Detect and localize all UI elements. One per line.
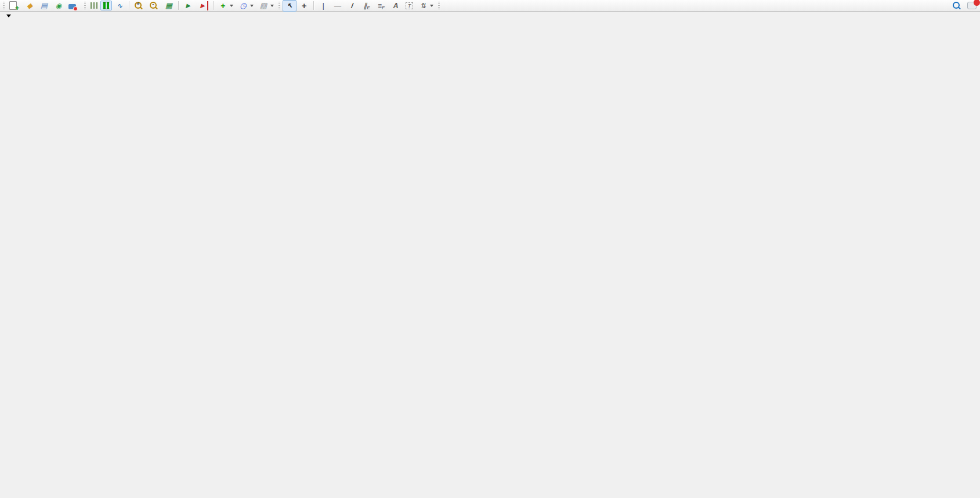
toolbar-grip[interactable] xyxy=(438,2,440,10)
templates-icon xyxy=(259,1,268,10)
toolbar-grip[interactable] xyxy=(279,2,280,10)
timeframe-m1-button[interactable] xyxy=(442,5,449,7)
horizontal-line-tool-button[interactable] xyxy=(331,0,345,12)
new-order-button[interactable] xyxy=(7,0,22,11)
trendline-icon xyxy=(348,1,357,10)
chevron-down-icon xyxy=(430,5,433,7)
timeframe-mn-button[interactable] xyxy=(502,5,509,7)
zoom-out-icon: - xyxy=(150,2,157,9)
data-window-icon xyxy=(39,1,49,10)
toolbar-separator xyxy=(313,1,314,10)
timeframe-m5-button[interactable] xyxy=(450,5,457,7)
market-watch-icon xyxy=(25,1,34,10)
autotrading-icon xyxy=(68,4,76,9)
vertical-line-tool-button[interactable] xyxy=(316,0,330,12)
text-label-tool-button[interactable] xyxy=(403,1,415,10)
tile-windows-icon xyxy=(164,1,173,10)
toolbar-separator xyxy=(129,1,129,10)
navigator-icon xyxy=(54,1,63,10)
autotrading-button[interactable] xyxy=(66,1,82,10)
line-chart-icon xyxy=(115,1,124,10)
chat-icon xyxy=(967,2,977,9)
main-toolbar: + - xyxy=(0,0,980,12)
notifications-button[interactable] xyxy=(965,1,979,10)
crosshair-tool-button[interactable] xyxy=(297,0,311,12)
arrows-icon xyxy=(418,1,428,10)
text-icon xyxy=(391,1,400,10)
text-label-icon xyxy=(406,2,413,9)
search-button[interactable] xyxy=(950,0,964,11)
periods-icon xyxy=(238,1,248,10)
cursor-tool-button[interactable] xyxy=(283,0,296,12)
zoom-in-button[interactable]: + xyxy=(132,0,146,11)
equidistant-channel-icon xyxy=(362,1,371,10)
new-order-icon xyxy=(9,1,17,10)
chevron-down-icon xyxy=(230,5,233,7)
templates-button[interactable] xyxy=(256,0,276,12)
equidistant-channel-tool-button[interactable] xyxy=(360,0,374,12)
zoom-in-icon: + xyxy=(135,2,142,9)
timeframe-d1-button[interactable] xyxy=(487,5,494,7)
chevron-down-icon xyxy=(250,5,254,7)
data-window-button[interactable] xyxy=(37,0,51,12)
search-icon xyxy=(953,2,960,9)
zoom-out-button[interactable]: - xyxy=(147,0,161,11)
candlestick-chart-icon xyxy=(103,2,110,9)
timeframe-w1-button[interactable] xyxy=(495,5,502,7)
chart-shift-button[interactable] xyxy=(196,0,211,12)
indicators-icon xyxy=(218,1,227,10)
auto-scroll-icon xyxy=(183,1,193,10)
arrows-tool-button[interactable] xyxy=(416,0,436,12)
bar-chart-button[interactable] xyxy=(88,1,100,10)
candlestick-chart-button[interactable] xyxy=(100,1,112,10)
crosshair-icon xyxy=(299,1,309,10)
indicators-button[interactable] xyxy=(216,0,236,12)
price-chart-canvas[interactable] xyxy=(0,12,980,498)
fibonacci-icon xyxy=(377,1,386,10)
periods-button[interactable] xyxy=(236,0,256,12)
chart-shift-icon xyxy=(198,1,208,10)
toolbar-separator xyxy=(178,1,179,10)
auto-scroll-button[interactable] xyxy=(181,0,195,12)
fibonacci-tool-button[interactable] xyxy=(374,0,388,12)
chart-title xyxy=(6,14,19,17)
timeframe-h1-button[interactable] xyxy=(472,5,479,7)
line-chart-button[interactable] xyxy=(113,0,126,12)
trendline-tool-button[interactable] xyxy=(345,0,359,12)
cursor-icon xyxy=(285,1,294,10)
notification-badge xyxy=(974,0,980,6)
horizontal-line-icon xyxy=(333,1,342,10)
chart-menu-icon[interactable] xyxy=(6,14,11,17)
timeframe-m15-button[interactable] xyxy=(457,5,464,7)
timeframe-h4-button[interactable] xyxy=(480,5,487,7)
vertical-line-icon xyxy=(319,1,328,10)
market-watch-button[interactable] xyxy=(23,0,37,12)
toolbar-separator xyxy=(213,1,214,10)
toolbar-grip[interactable] xyxy=(3,2,5,10)
text-tool-button[interactable] xyxy=(389,0,403,12)
bar-chart-icon xyxy=(91,2,97,9)
navigator-button[interactable] xyxy=(52,0,66,12)
tile-windows-button[interactable] xyxy=(162,0,176,12)
timeframe-m30-button[interactable] xyxy=(465,5,472,7)
toolbar-grip[interactable] xyxy=(84,2,86,10)
chevron-down-icon xyxy=(270,5,274,7)
